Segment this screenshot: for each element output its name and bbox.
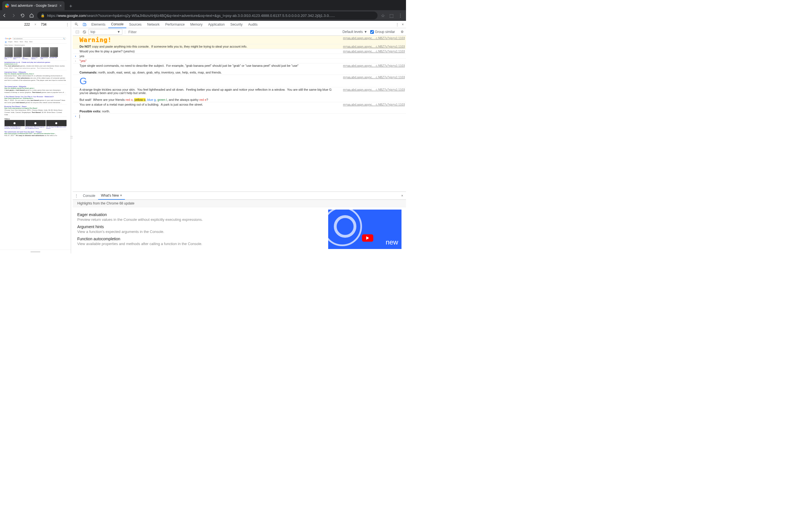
svg-rect-2: [76, 31, 79, 33]
tab-strip: text adventure - Google Searcl × +: [0, 0, 406, 10]
close-icon[interactable]: ×: [120, 193, 122, 198]
group-similar-checkbox[interactable]: Group similar: [370, 30, 397, 34]
console-output[interactable]: Warning!m=aa,abd,aspn,async,…c,NBZ7u?xjs…: [73, 36, 406, 191]
devtools-close-icon[interactable]: ×: [402, 22, 404, 26]
back-button[interactable]: [2, 13, 7, 18]
devtools-tab-memory[interactable]: Memory: [188, 21, 205, 28]
devtools-tab-elements[interactable]: Elements: [89, 21, 108, 28]
clear-console-icon[interactable]: [82, 30, 87, 34]
device-emulation-pane: × ⋮ Googletext adventure🔍AllImagesVideos…: [0, 21, 71, 253]
device-toolbar: × ⋮: [0, 21, 71, 28]
drawer-tab-whatsnew[interactable]: What's New ×: [98, 192, 125, 200]
console-settings-icon[interactable]: ⚙: [398, 30, 406, 34]
devtools-tab-application[interactable]: Application: [205, 21, 227, 28]
lock-icon: 🔒: [41, 13, 45, 17]
google-favicon: [5, 4, 9, 8]
url-text: https://www.google.com/search?source=hp&…: [47, 13, 335, 18]
viewport-width-input[interactable]: [21, 22, 33, 26]
resize-handle-bottom[interactable]: ═══: [0, 249, 71, 253]
tab-title: text adventure - Google Searcl: [11, 4, 57, 8]
devtools-drawer: ⋮ Console What's New × × Highlights from…: [73, 191, 406, 253]
whatsnew-feature: Argument hintsView a function's expected…: [77, 224, 317, 234]
drawer-close-icon[interactable]: ×: [398, 194, 406, 198]
youtube-play-icon[interactable]: [362, 234, 373, 242]
star-icon[interactable]: ☆: [381, 13, 385, 18]
menu-icon[interactable]: ⋮: [398, 13, 403, 18]
address-bar[interactable]: 🔒 https://www.google.com/search?source=h…: [37, 11, 377, 19]
drawer-tab-console[interactable]: Console: [80, 192, 98, 200]
source-link[interactable]: m=aa,abd,aspn,async,…c,NBZ7u?xjs=s1:1103: [339, 50, 405, 53]
console-filter-input[interactable]: [126, 29, 177, 35]
log-levels-selector[interactable]: Default levels ▼: [341, 30, 369, 34]
devtools-tabbar: ElementsConsoleSourcesNetworkPerformance…: [73, 21, 406, 28]
source-link[interactable]: m=aa,abd,aspn,async,…c,NBZ7u?xjs=s1:1103: [339, 64, 405, 74]
devtools-tab-sources[interactable]: Sources: [126, 21, 144, 28]
whatsnew-feature: Function autocompletionView available pr…: [77, 237, 317, 246]
execution-context-selector[interactable]: top▼: [89, 29, 122, 35]
browser-tab[interactable]: text adventure - Google Searcl ×: [2, 1, 64, 10]
devtools-menu-icon[interactable]: ⋮: [396, 22, 399, 26]
whatsnew-video-thumbnail[interactable]: new: [328, 210, 402, 249]
console-toolbar: top▼ | Default levels ▼ Group similar ⚙: [73, 28, 406, 36]
reload-button[interactable]: [20, 13, 25, 18]
forward-button[interactable]: [11, 13, 16, 18]
browser-chrome: text adventure - Google Searcl × + 🔒 htt…: [0, 0, 406, 21]
extensions-icon[interactable]: ⬚: [389, 13, 394, 18]
devtools-panel: ElementsConsoleSourcesNetworkPerformance…: [73, 21, 406, 253]
close-tab-icon[interactable]: ×: [59, 3, 62, 8]
devtools-tab-audits[interactable]: Audits: [245, 21, 260, 28]
devtools-tab-security[interactable]: Security: [227, 21, 245, 28]
source-link[interactable]: m=aa,abd,aspn,async,…c,NBZ7u?xjs=s1:1103: [339, 103, 405, 113]
viewport-height-input[interactable]: [38, 22, 49, 26]
device-toggle-icon[interactable]: [81, 22, 89, 26]
source-link[interactable]: m=aa,abd,aspn,async,…c,NBZ7u?xjs=s1:1103: [339, 45, 405, 48]
source-link[interactable]: m=aa,abd,aspn,async,…c,NBZ7u?xjs=s1:1103: [339, 75, 405, 87]
home-button[interactable]: [29, 13, 34, 18]
dimension-separator: ×: [35, 22, 36, 26]
svg-rect-1: [85, 24, 86, 25]
devtools-tab-network[interactable]: Network: [144, 21, 162, 28]
source-link[interactable]: m=aa,abd,aspn,async,…c,NBZ7u?xjs=s1:1103: [339, 36, 405, 43]
devtools-tab-performance[interactable]: Performance: [162, 21, 188, 28]
devtools-tab-console[interactable]: Console: [108, 21, 126, 28]
new-tab-button[interactable]: +: [67, 2, 75, 10]
whatsnew-feature: Eager evaluationPreview return values in…: [77, 212, 317, 222]
toolbar: 🔒 https://www.google.com/search?source=h…: [0, 10, 406, 21]
drawer-menu-icon[interactable]: ⋮: [73, 194, 80, 198]
source-link[interactable]: m=aa,abd,aspn,async,…c,NBZ7u?xjs=s1:1103: [339, 88, 405, 101]
emulated-viewport[interactable]: Googletext adventure🔍AllImagesVideosNews…: [0, 28, 71, 249]
whatsnew-heading: Highlights from the Chrome 68 update: [73, 200, 406, 207]
console-sidebar-toggle-icon[interactable]: [74, 30, 80, 34]
device-menu-icon[interactable]: ⋮: [66, 22, 69, 26]
inspect-element-icon[interactable]: [73, 22, 81, 26]
